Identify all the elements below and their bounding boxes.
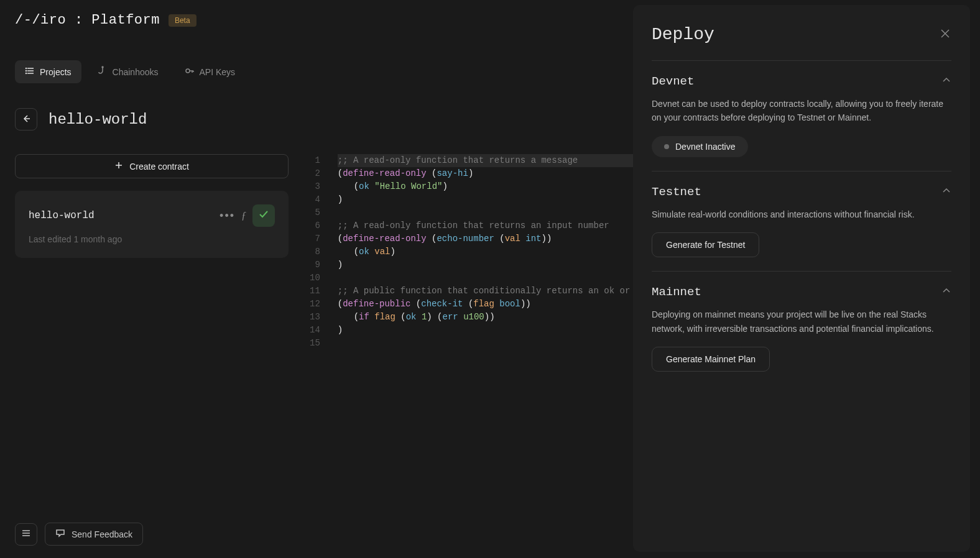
testnet-section: Testnet Simulate real-world conditions a…	[652, 172, 951, 271]
close-icon	[939, 27, 951, 42]
comment-icon	[55, 528, 65, 540]
send-feedback-button[interactable]: Send Feedback	[45, 523, 143, 546]
file-sidebar: Create contract hello-world ••• ƒ	[15, 154, 289, 538]
testnet-title: Testnet	[652, 185, 701, 199]
line-numbers: 123456789101112131415	[310, 154, 338, 538]
create-contract-label: Create contract	[129, 162, 189, 172]
devnet-title: Devnet	[652, 75, 694, 88]
create-contract-button[interactable]: Create contract	[15, 154, 289, 178]
nav-api-keys[interactable]: API Keys	[175, 60, 246, 83]
nav-projects[interactable]: Projects	[15, 60, 81, 83]
testnet-section-header[interactable]: Testnet	[652, 185, 951, 199]
testnet-desc: Simulate real-world conditions and inter…	[652, 208, 951, 221]
plus-icon	[114, 161, 123, 172]
svg-point-5	[26, 73, 27, 74]
beta-badge: Beta	[169, 14, 196, 27]
bottom-bar: Send Feedback	[15, 523, 143, 546]
chevron-up-icon	[941, 186, 951, 198]
chevron-up-icon	[941, 286, 951, 298]
menu-button[interactable]	[15, 523, 37, 546]
check-icon	[258, 209, 269, 222]
arrow-left-icon	[21, 114, 31, 126]
svg-point-7	[186, 69, 190, 73]
deploy-panel: Deploy Devnet Devnet can be used to depl…	[633, 5, 970, 552]
devnet-section: Devnet Devnet can be used to deploy cont…	[652, 61, 951, 171]
svg-point-3	[26, 68, 27, 69]
generate-testnet-button[interactable]: Generate for Testnet	[652, 232, 759, 257]
generate-mainnet-button[interactable]: Generate Mainnet Plan	[652, 347, 770, 372]
menu-icon	[21, 528, 31, 541]
project-title: hello-world	[49, 111, 147, 128]
panel-title: Deploy	[652, 25, 714, 44]
logo: /-/iro : Platform	[15, 12, 160, 28]
back-button[interactable]	[15, 108, 37, 130]
generate-testnet-label: Generate for Testnet	[666, 240, 745, 250]
send-feedback-label: Send Feedback	[72, 529, 132, 539]
mainnet-title: Mainnet	[652, 285, 701, 299]
nav-chainhooks-label: Chainhooks	[113, 67, 159, 77]
nav-chainhooks[interactable]: Chainhooks	[88, 60, 169, 83]
function-button[interactable]: ƒ	[241, 210, 246, 221]
devnet-section-header[interactable]: Devnet	[652, 75, 951, 88]
devnet-desc: Devnet can be used to deploy contracts l…	[652, 97, 951, 125]
mainnet-section-header[interactable]: Mainnet	[652, 285, 951, 299]
more-button[interactable]: •••	[220, 209, 235, 222]
chevron-up-icon	[941, 75, 951, 88]
svg-point-4	[26, 71, 27, 71]
status-dot-icon	[664, 144, 669, 149]
nav-api-keys-label: API Keys	[200, 67, 236, 77]
dots-icon: •••	[220, 209, 235, 222]
function-icon: ƒ	[241, 210, 246, 221]
devnet-inactive-label: Devnet Inactive	[675, 142, 736, 152]
nav-projects-label: Projects	[40, 67, 72, 77]
file-card[interactable]: hello-world ••• ƒ Last edited 1 month	[15, 191, 289, 258]
file-meta: Last edited 1 month ago	[29, 234, 275, 244]
generate-mainnet-label: Generate Mainnet Plan	[666, 354, 756, 364]
mainnet-section: Mainnet Deploying on mainnet means your …	[652, 272, 951, 385]
close-button[interactable]	[939, 27, 951, 42]
hook-icon	[98, 66, 108, 78]
key-icon	[185, 66, 195, 78]
list-icon	[25, 66, 35, 78]
check-button[interactable]	[252, 204, 275, 227]
mainnet-desc: Deploying on mainnet means your project …	[652, 308, 951, 336]
file-name: hello-world	[29, 210, 95, 221]
devnet-inactive-pill: Devnet Inactive	[652, 136, 748, 157]
